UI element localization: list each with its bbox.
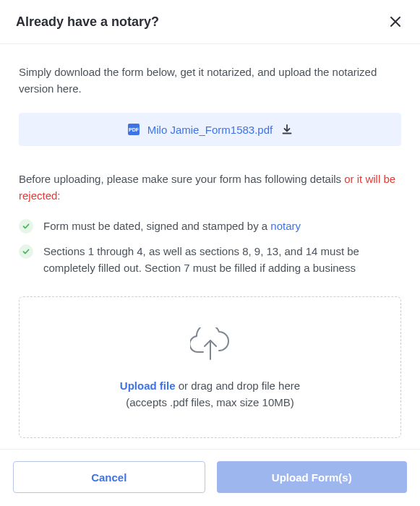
list-item: Form must be dated, signed and stamped b… <box>19 218 401 234</box>
close-icon <box>390 16 401 27</box>
intro-text: Simply download the form below, get it n… <box>19 64 401 97</box>
dropzone-sub-text: (accepts .pdf files, max size 10MB) <box>34 396 386 408</box>
cancel-button[interactable]: Cancel <box>13 461 205 493</box>
warning-text: Before uploading, please make sure your … <box>19 173 344 185</box>
requirements-list: Form must be dated, signed and stamped b… <box>19 218 401 277</box>
dropzone-main-text: Upload file or drag and drop file here <box>34 380 386 392</box>
check-icon <box>19 244 33 259</box>
list-item: Sections 1 through 4, as well as section… <box>19 243 401 277</box>
download-form-button[interactable]: PDF Milo Jamie_Form1583.pdf <box>19 113 401 146</box>
pdf-icon: PDF <box>127 123 140 136</box>
file-dropzone[interactable]: Upload file or drag and drop file here (… <box>19 296 401 438</box>
modal-header: Already have a notary? <box>0 0 420 44</box>
download-icon <box>281 124 293 135</box>
svg-text:PDF: PDF <box>129 127 140 132</box>
upload-file-link[interactable]: Upload file <box>120 380 176 392</box>
modal-footer: Cancel Upload Form(s) <box>0 449 420 506</box>
modal-content: Simply download the form below, get it n… <box>0 44 420 449</box>
requirement-text: Sections 1 through 4, as well as section… <box>43 243 401 277</box>
upload-cloud-icon <box>34 327 386 362</box>
download-filename: Milo Jamie_Form1583.pdf <box>147 124 273 136</box>
modal-title: Already have a notary? <box>16 14 159 30</box>
check-icon <box>19 219 33 233</box>
requirement-text: Form must be dated, signed and stamped b… <box>43 218 301 234</box>
upload-forms-button[interactable]: Upload Form(s) <box>217 461 408 493</box>
close-button[interactable] <box>387 13 404 30</box>
notary-link[interactable]: notary <box>270 220 301 232</box>
warning-block: Before uploading, please make sure your … <box>19 171 401 205</box>
